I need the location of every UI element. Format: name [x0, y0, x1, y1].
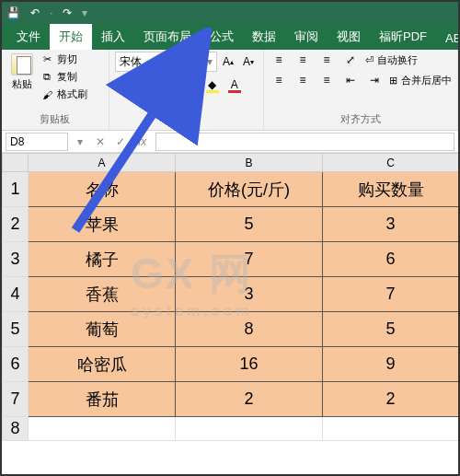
row-header-1[interactable]: 1: [3, 172, 29, 207]
align-left-icon[interactable]: ≡: [270, 72, 288, 88]
ribbon-tabs: 文件 开始 插入 页面布局 公式 数据 审阅 视图 福昕PDF ABBYY: [2, 24, 458, 50]
cancel-icon[interactable]: ✕: [92, 133, 109, 151]
tab-home[interactable]: 开始: [50, 24, 92, 50]
tab-view[interactable]: 视图: [328, 24, 370, 50]
scissors-icon: ✂: [40, 53, 53, 66]
chevron-down-icon: ▾: [170, 55, 176, 68]
column-header-a[interactable]: A: [29, 154, 176, 172]
save-icon[interactable]: 💾: [6, 6, 20, 20]
border-button[interactable]: ▦: [181, 75, 200, 94]
tab-insert[interactable]: 插入: [92, 24, 134, 50]
cut-label: 剪切: [57, 52, 77, 66]
tab-file[interactable]: 文件: [7, 24, 50, 50]
spreadsheet-area: A B C 1 名称 价格(元/斤) 购买数量 2 苹果 5 3 3 橘子 7 …: [2, 153, 458, 441]
row-header-5[interactable]: 5: [3, 312, 29, 347]
cell[interactable]: 哈密瓜: [29, 347, 176, 382]
row-header-7[interactable]: 7: [3, 382, 29, 417]
brush-icon: 🖌: [40, 88, 53, 101]
quick-access-toolbar: 💾 ↶ · ↷ ▾: [2, 2, 458, 24]
column-header-b[interactable]: B: [176, 154, 323, 172]
row-header-6[interactable]: 6: [3, 347, 29, 382]
enter-icon[interactable]: ✓: [112, 133, 129, 151]
cell[interactable]: [29, 417, 176, 441]
chevron-down-icon: ▾: [207, 55, 213, 68]
merge-center-label: 合并后居中: [401, 74, 452, 87]
cell[interactable]: 3: [323, 207, 459, 242]
fx-icon[interactable]: fx: [132, 135, 152, 148]
underline-button[interactable]: U: [159, 75, 178, 94]
cell[interactable]: 3: [176, 277, 323, 312]
row-header-3[interactable]: 3: [3, 242, 29, 277]
alignment-group-label: 对齐方式: [270, 110, 452, 128]
cell[interactable]: 8: [176, 312, 323, 347]
clipboard-group-label: 剪贴板: [7, 110, 103, 128]
cell[interactable]: 2: [323, 382, 459, 417]
align-top-icon[interactable]: ≡: [270, 52, 288, 68]
font-name-select[interactable]: 宋体▾: [115, 52, 180, 72]
cell[interactable]: 5: [323, 312, 459, 347]
tab-data[interactable]: 数据: [243, 24, 285, 50]
tab-foxit-pdf[interactable]: 福昕PDF: [370, 24, 436, 50]
column-header-c[interactable]: C: [323, 154, 459, 172]
tab-page-layout[interactable]: 页面布局: [134, 24, 201, 50]
cut-button[interactable]: ✂ 剪切: [39, 52, 89, 67]
formula-input[interactable]: [155, 133, 454, 151]
orientation-icon[interactable]: ⤢: [341, 52, 360, 68]
align-middle-icon[interactable]: ≡: [293, 52, 312, 68]
wrap-text-button[interactable]: ⏎ 自动换行: [365, 53, 418, 67]
cell[interactable]: 6: [323, 242, 459, 277]
grid-table: A B C 1 名称 价格(元/斤) 购买数量 2 苹果 5 3 3 橘子 7 …: [2, 153, 459, 441]
row-header-2[interactable]: 2: [3, 207, 29, 242]
select-all-corner[interactable]: [3, 154, 29, 172]
cell[interactable]: [176, 417, 323, 441]
indent-decrease-icon[interactable]: ⇤: [341, 72, 360, 88]
cell[interactable]: 价格(元/斤): [176, 172, 323, 207]
cell[interactable]: 橘子: [29, 242, 176, 277]
format-painter-button[interactable]: 🖌 格式刷: [39, 87, 89, 102]
cell[interactable]: 香蕉: [29, 277, 176, 312]
font-name-value: 宋体: [120, 54, 142, 70]
copy-button[interactable]: ⧉ 复制: [39, 69, 89, 85]
font-group: 宋体▾ 18▾ A▴ A▾ B I U ▦ ◆ A 字体: [109, 50, 264, 130]
align-bottom-icon[interactable]: ≡: [317, 52, 336, 68]
format-painter-label: 格式刷: [57, 87, 87, 101]
align-right-icon[interactable]: ≡: [317, 72, 336, 88]
cell[interactable]: 16: [176, 347, 323, 382]
tab-abbyy[interactable]: ABBYY: [436, 27, 460, 50]
indent-increase-icon[interactable]: ⇥: [365, 72, 384, 88]
bold-button[interactable]: B: [115, 75, 133, 94]
name-box[interactable]: D8: [6, 133, 68, 151]
cell[interactable]: 9: [323, 347, 459, 382]
cell[interactable]: 购买数量: [323, 172, 459, 207]
copy-icon: ⧉: [40, 71, 53, 84]
cell[interactable]: 7: [323, 277, 459, 312]
cell[interactable]: 苹果: [29, 207, 176, 242]
row-header-4[interactable]: 4: [3, 277, 29, 312]
tab-formulas[interactable]: 公式: [201, 24, 243, 50]
increase-font-icon[interactable]: A▴: [219, 52, 237, 72]
redo-icon[interactable]: ↷: [60, 6, 75, 20]
cell[interactable]: 葡萄: [29, 312, 176, 347]
cell[interactable]: [323, 417, 459, 441]
cell[interactable]: 5: [176, 207, 323, 242]
namebox-dropdown-icon[interactable]: ▾: [72, 133, 88, 151]
cell[interactable]: 7: [176, 242, 323, 277]
align-center-icon[interactable]: ≡: [293, 72, 312, 88]
cell[interactable]: 番茄: [29, 382, 176, 417]
font-size-select[interactable]: 18▾: [182, 52, 217, 72]
merge-center-button[interactable]: ⊞ 合并后居中: [389, 74, 452, 87]
paste-label: 粘贴: [12, 77, 32, 91]
tab-review[interactable]: 审阅: [285, 24, 328, 50]
qat-dropdown-icon[interactable]: ▾: [82, 6, 87, 19]
cell[interactable]: 2: [176, 382, 323, 417]
row-header-8[interactable]: 8: [3, 417, 29, 441]
cell[interactable]: 名称: [29, 172, 176, 207]
decrease-font-icon[interactable]: A▾: [239, 52, 258, 72]
paste-button[interactable]: 粘贴: [7, 52, 37, 102]
alignment-group: ≡ ≡ ≡ ⤢ ⏎ 自动换行 ≡ ≡ ≡ ⇤ ⇥ ⊞ 合并后居中: [264, 50, 458, 130]
font-color-button[interactable]: A: [225, 75, 244, 94]
copy-label: 复制: [57, 70, 77, 84]
undo-icon[interactable]: ↶: [28, 6, 42, 20]
italic-button[interactable]: I: [137, 75, 155, 94]
fill-color-button[interactable]: ◆: [203, 75, 222, 94]
